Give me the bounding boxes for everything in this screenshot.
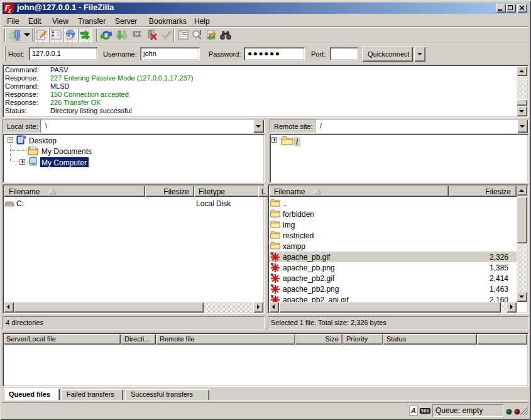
svg-text:z: z <box>8 7 11 14</box>
